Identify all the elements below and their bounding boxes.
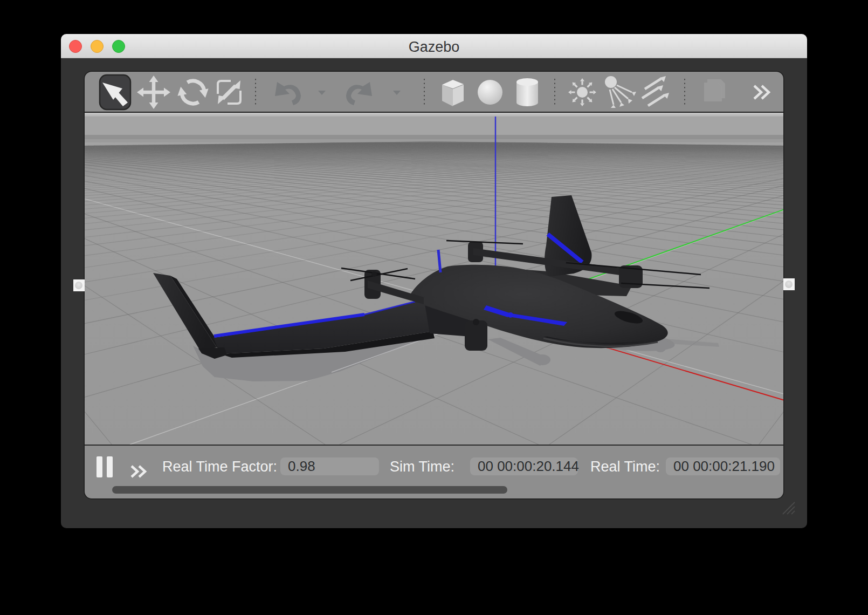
svg-text:00 00:00:21.190: 00 00:00:21.190 (673, 458, 775, 474)
svg-text:Real Time:: Real Time: (590, 459, 660, 475)
svg-text:00 00:00:20.144: 00 00:00:20.144 (478, 458, 579, 474)
svg-text:0.98: 0.98 (288, 458, 315, 474)
svg-text:Sim Time:: Sim Time: (390, 459, 454, 475)
svg-text:Real Time Factor:: Real Time Factor: (162, 459, 277, 475)
